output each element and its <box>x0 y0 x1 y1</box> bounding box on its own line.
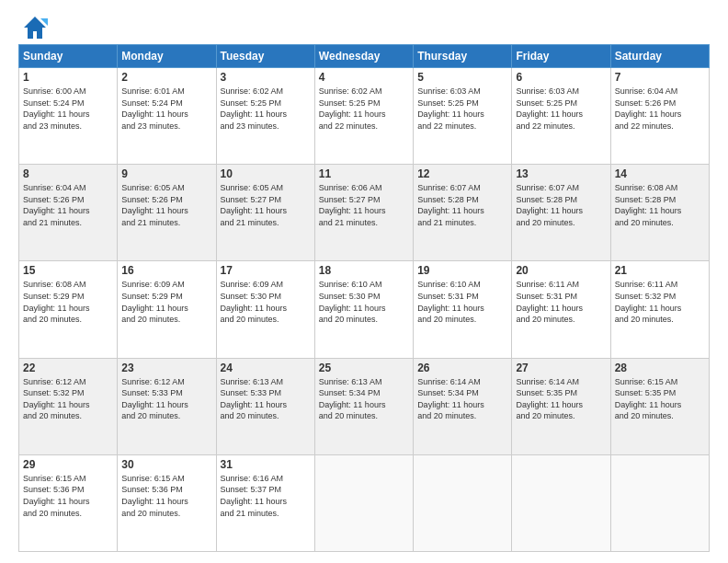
day-number: 25 <box>319 362 409 374</box>
calendar-cell: 21Sunrise: 6:11 AM Sunset: 5:32 PM Dayli… <box>610 261 709 358</box>
calendar-header-thursday: Thursday <box>414 45 512 68</box>
calendar-cell <box>610 454 709 551</box>
day-number: 5 <box>417 71 507 84</box>
calendar-cell: 22Sunrise: 6:12 AM Sunset: 5:32 PM Dayli… <box>19 358 118 454</box>
day-number: 29 <box>23 458 113 471</box>
calendar-cell: 18Sunrise: 6:10 AM Sunset: 5:30 PM Dayli… <box>314 261 413 358</box>
day-number: 4 <box>319 71 409 84</box>
calendar-header-monday: Monday <box>118 45 216 68</box>
calendar-cell: 17Sunrise: 6:09 AM Sunset: 5:30 PM Dayli… <box>216 261 314 358</box>
day-info: Sunrise: 6:05 AM Sunset: 5:26 PM Dayligh… <box>121 182 211 228</box>
calendar-cell: 29Sunrise: 6:15 AM Sunset: 5:36 PM Dayli… <box>19 454 118 551</box>
day-number: 27 <box>516 362 606 374</box>
calendar-cell: 30Sunrise: 6:15 AM Sunset: 5:36 PM Dayli… <box>118 454 216 551</box>
calendar-cell: 24Sunrise: 6:13 AM Sunset: 5:33 PM Dayli… <box>216 358 314 454</box>
calendar-cell <box>512 454 610 551</box>
day-number: 19 <box>417 264 507 277</box>
page: SundayMondayTuesdayWednesdayThursdayFrid… <box>0 0 728 563</box>
day-number: 14 <box>615 167 705 180</box>
day-number: 13 <box>516 167 606 180</box>
calendar-cell: 9Sunrise: 6:05 AM Sunset: 5:26 PM Daylig… <box>118 165 216 261</box>
day-info: Sunrise: 6:12 AM Sunset: 5:32 PM Dayligh… <box>23 376 113 422</box>
calendar-cell: 13Sunrise: 6:07 AM Sunset: 5:28 PM Dayli… <box>512 165 610 261</box>
calendar-cell: 16Sunrise: 6:09 AM Sunset: 5:29 PM Dayli… <box>118 261 216 358</box>
day-info: Sunrise: 6:04 AM Sunset: 5:26 PM Dayligh… <box>23 182 113 228</box>
calendar-cell: 7Sunrise: 6:04 AM Sunset: 5:26 PM Daylig… <box>610 68 709 165</box>
calendar-header-sunday: Sunday <box>19 45 118 68</box>
calendar-cell: 10Sunrise: 6:05 AM Sunset: 5:27 PM Dayli… <box>216 165 314 261</box>
calendar-cell: 11Sunrise: 6:06 AM Sunset: 5:27 PM Dayli… <box>314 165 413 261</box>
day-info: Sunrise: 6:11 AM Sunset: 5:31 PM Dayligh… <box>516 279 606 325</box>
calendar-cell <box>414 454 512 551</box>
calendar-cell <box>314 454 413 551</box>
day-number: 22 <box>23 362 113 374</box>
calendar-header-friday: Friday <box>512 45 610 68</box>
day-info: Sunrise: 6:01 AM Sunset: 5:24 PM Dayligh… <box>121 86 211 132</box>
day-number: 11 <box>319 167 409 180</box>
calendar-header-tuesday: Tuesday <box>216 45 314 68</box>
calendar-week-5: 29Sunrise: 6:15 AM Sunset: 5:36 PM Dayli… <box>19 454 710 551</box>
day-number: 15 <box>23 264 113 277</box>
day-info: Sunrise: 6:06 AM Sunset: 5:27 PM Dayligh… <box>319 182 409 228</box>
calendar-cell: 19Sunrise: 6:10 AM Sunset: 5:31 PM Dayli… <box>414 261 512 358</box>
day-number: 30 <box>121 458 211 471</box>
calendar-cell: 8Sunrise: 6:04 AM Sunset: 5:26 PM Daylig… <box>19 165 118 261</box>
day-number: 23 <box>121 362 211 374</box>
calendar-cell: 20Sunrise: 6:11 AM Sunset: 5:31 PM Dayli… <box>512 261 610 358</box>
calendar-week-3: 15Sunrise: 6:08 AM Sunset: 5:29 PM Dayli… <box>19 261 710 358</box>
day-info: Sunrise: 6:14 AM Sunset: 5:35 PM Dayligh… <box>516 376 606 422</box>
logo <box>18 18 48 37</box>
day-info: Sunrise: 6:15 AM Sunset: 5:35 PM Dayligh… <box>615 376 705 422</box>
day-number: 20 <box>516 264 606 277</box>
day-info: Sunrise: 6:08 AM Sunset: 5:29 PM Dayligh… <box>23 279 113 325</box>
day-info: Sunrise: 6:09 AM Sunset: 5:29 PM Dayligh… <box>121 279 211 325</box>
day-info: Sunrise: 6:10 AM Sunset: 5:31 PM Dayligh… <box>417 279 507 325</box>
day-info: Sunrise: 6:13 AM Sunset: 5:34 PM Dayligh… <box>319 376 409 422</box>
calendar-header-row: SundayMondayTuesdayWednesdayThursdayFrid… <box>19 45 710 68</box>
day-number: 2 <box>121 71 211 84</box>
calendar-cell: 2Sunrise: 6:01 AM Sunset: 5:24 PM Daylig… <box>118 68 216 165</box>
calendar-cell: 26Sunrise: 6:14 AM Sunset: 5:34 PM Dayli… <box>414 358 512 454</box>
calendar-cell: 12Sunrise: 6:07 AM Sunset: 5:28 PM Dayli… <box>414 165 512 261</box>
day-number: 12 <box>417 167 507 180</box>
day-number: 1 <box>23 71 113 84</box>
calendar-table: SundayMondayTuesdayWednesdayThursdayFrid… <box>18 44 710 552</box>
day-info: Sunrise: 6:07 AM Sunset: 5:28 PM Dayligh… <box>516 182 606 228</box>
day-number: 28 <box>615 362 705 374</box>
day-info: Sunrise: 6:05 AM Sunset: 5:27 PM Dayligh… <box>221 182 311 228</box>
day-info: Sunrise: 6:14 AM Sunset: 5:34 PM Dayligh… <box>417 376 507 422</box>
day-info: Sunrise: 6:10 AM Sunset: 5:30 PM Dayligh… <box>319 279 409 325</box>
calendar-week-2: 8Sunrise: 6:04 AM Sunset: 5:26 PM Daylig… <box>19 165 710 261</box>
day-info: Sunrise: 6:00 AM Sunset: 5:24 PM Dayligh… <box>23 86 113 132</box>
day-number: 3 <box>221 71 311 84</box>
calendar-cell: 4Sunrise: 6:02 AM Sunset: 5:25 PM Daylig… <box>314 68 413 165</box>
calendar-header-saturday: Saturday <box>610 45 709 68</box>
day-info: Sunrise: 6:04 AM Sunset: 5:26 PM Dayligh… <box>615 86 705 132</box>
calendar-cell: 25Sunrise: 6:13 AM Sunset: 5:34 PM Dayli… <box>314 358 413 454</box>
calendar-cell: 1Sunrise: 6:00 AM Sunset: 5:24 PM Daylig… <box>19 68 118 165</box>
calendar-week-1: 1Sunrise: 6:00 AM Sunset: 5:24 PM Daylig… <box>19 68 710 165</box>
day-number: 16 <box>121 264 211 277</box>
day-number: 18 <box>319 264 409 277</box>
day-number: 7 <box>615 71 705 84</box>
calendar-header-wednesday: Wednesday <box>314 45 413 68</box>
day-info: Sunrise: 6:08 AM Sunset: 5:28 PM Dayligh… <box>615 182 705 228</box>
day-number: 17 <box>221 264 311 277</box>
day-info: Sunrise: 6:09 AM Sunset: 5:30 PM Dayligh… <box>221 279 311 325</box>
day-info: Sunrise: 6:02 AM Sunset: 5:25 PM Dayligh… <box>319 86 409 132</box>
calendar-cell: 5Sunrise: 6:03 AM Sunset: 5:25 PM Daylig… <box>414 68 512 165</box>
logo-icon <box>22 15 48 40</box>
day-number: 24 <box>221 362 311 374</box>
day-number: 9 <box>121 167 211 180</box>
header <box>18 15 710 37</box>
day-info: Sunrise: 6:12 AM Sunset: 5:33 PM Dayligh… <box>121 376 211 422</box>
day-info: Sunrise: 6:07 AM Sunset: 5:28 PM Dayligh… <box>417 182 507 228</box>
day-info: Sunrise: 6:03 AM Sunset: 5:25 PM Dayligh… <box>417 86 507 132</box>
calendar-week-4: 22Sunrise: 6:12 AM Sunset: 5:32 PM Dayli… <box>19 358 710 454</box>
calendar-cell: 6Sunrise: 6:03 AM Sunset: 5:25 PM Daylig… <box>512 68 610 165</box>
calendar-cell: 31Sunrise: 6:16 AM Sunset: 5:37 PM Dayli… <box>216 454 314 551</box>
day-number: 10 <box>221 167 311 180</box>
day-info: Sunrise: 6:13 AM Sunset: 5:33 PM Dayligh… <box>221 376 311 422</box>
day-info: Sunrise: 6:15 AM Sunset: 5:36 PM Dayligh… <box>121 473 211 519</box>
day-info: Sunrise: 6:11 AM Sunset: 5:32 PM Dayligh… <box>615 279 705 325</box>
